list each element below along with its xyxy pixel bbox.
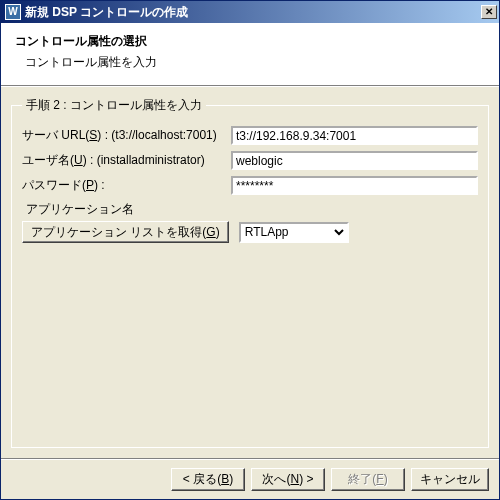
page-subtitle: コントロール属性を入力 [25, 54, 485, 71]
application-name-select[interactable]: RTLApp [239, 222, 349, 243]
username-label: ユーザ名(U) : (installadministrator) [22, 152, 227, 169]
cancel-button[interactable]: キャンセル [411, 468, 489, 491]
server-url-label: サーバ URL(S) : (t3://localhost:7001) [22, 127, 227, 144]
username-input[interactable] [231, 151, 478, 170]
wizard-body: 手順 2 : コントロール属性を入力 サーバ URL(S) : (t3://lo… [1, 87, 499, 499]
wizard-footer: < 戻る(B) 次へ(N) > 終了(F) キャンセル [1, 460, 499, 499]
back-button[interactable]: < 戻る(B) [171, 468, 245, 491]
group-legend: 手順 2 : コントロール属性を入力 [22, 97, 206, 114]
control-attributes-group: 手順 2 : コントロール属性を入力 サーバ URL(S) : (t3://lo… [11, 97, 489, 448]
server-url-input[interactable] [231, 126, 478, 145]
finish-button[interactable]: 終了(F) [331, 468, 405, 491]
page-title: コントロール属性の選択 [15, 33, 485, 50]
application-name-label: アプリケーション名 [26, 201, 478, 218]
server-url-row: サーバ URL(S) : (t3://localhost:7001) [22, 126, 478, 145]
password-row: パスワード(P) : [22, 176, 478, 195]
password-input[interactable] [231, 176, 478, 195]
close-icon[interactable]: ✕ [481, 5, 497, 19]
wizard-header: コントロール属性の選択 コントロール属性を入力 [1, 23, 499, 85]
username-row: ユーザ名(U) : (installadministrator) [22, 151, 478, 170]
get-application-list-button[interactable]: アプリケーション リストを取得(G) [22, 221, 229, 243]
application-section: アプリケーション名 アプリケーション リストを取得(G) RTLApp [22, 201, 478, 243]
next-button[interactable]: 次へ(N) > [251, 468, 325, 491]
titlebar: W 新規 DSP コントロールの作成 ✕ [1, 1, 499, 23]
window-title: 新規 DSP コントロールの作成 [25, 4, 481, 21]
app-icon: W [5, 4, 21, 20]
password-label: パスワード(P) : [22, 177, 227, 194]
